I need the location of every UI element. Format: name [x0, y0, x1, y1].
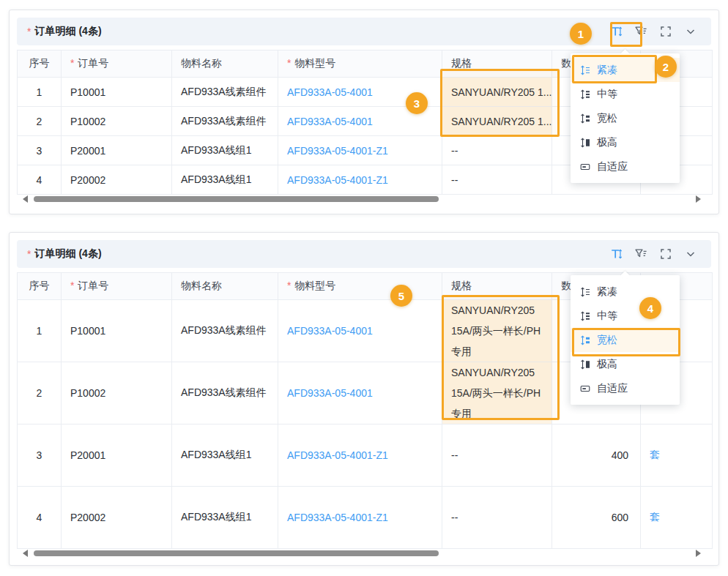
column-header-seq: 序号	[18, 273, 62, 300]
fullscreen-icon[interactable]	[658, 247, 673, 261]
column-header-spec: 规格	[442, 273, 552, 300]
panel-title-text: 订单明细	[34, 25, 75, 38]
chevron-down-icon[interactable]	[683, 24, 698, 39]
panel-row-count: (4条)	[78, 25, 101, 38]
menu-item-label: 紧凑	[597, 64, 617, 77]
required-asterisk: *	[70, 280, 74, 291]
fullscreen-icon[interactable]	[658, 24, 673, 39]
density-compact-icon	[580, 287, 590, 297]
cell-seq: 1	[18, 300, 62, 362]
cell-seq: 4	[18, 487, 62, 549]
cell-seq: 2	[18, 362, 62, 424]
density-medium-icon	[580, 311, 590, 321]
required-asterisk: *	[287, 280, 291, 291]
column-header-order-no: * 订单号	[62, 51, 172, 78]
cell-spec: SANYUAN/RY205 1...	[442, 78, 552, 107]
menu-item-medium[interactable]: 中等	[571, 82, 680, 106]
menu-item-extra-high[interactable]: 极高	[571, 130, 680, 154]
panel-row-count: (4条)	[78, 247, 101, 261]
cell-seq: 1	[18, 78, 62, 107]
menu-item-medium[interactable]: 中等	[571, 304, 680, 328]
cell-material-model: AFD933A-05-4001	[278, 362, 442, 424]
unit-link[interactable]: 套	[650, 511, 660, 523]
order-detail-panel-loose: * 订单明细 (4条)	[9, 232, 719, 566]
density-extra-high-icon	[580, 138, 590, 148]
menu-item-loose[interactable]: 宽松	[571, 328, 680, 352]
menu-item-label: 自适应	[597, 382, 628, 395]
cell-spec: --	[442, 165, 552, 195]
text-density-icon[interactable]	[609, 247, 623, 261]
required-asterisk: *	[27, 26, 31, 37]
cell-material-model: AFD933A-05-4001	[278, 78, 442, 107]
filter-icon[interactable]	[634, 247, 648, 261]
table-row: 4 P20002 AFD933A线组1 AFD933A-05-4001-Z1 -…	[18, 487, 713, 549]
column-header-spec: 规格	[442, 51, 552, 78]
order-detail-panel-compact: * 订单明细 (4条)	[9, 10, 719, 214]
density-medium-icon	[580, 89, 590, 100]
cell-spec: SANYUAN/RY205 1...	[442, 107, 552, 136]
required-asterisk: *	[70, 57, 74, 69]
panel-title: * 订单明细 (4条)	[27, 247, 102, 261]
menu-item-compact[interactable]: 紧凑	[571, 58, 680, 82]
material-model-link[interactable]: AFD933A-05-4001-Z1	[287, 449, 388, 461]
scroll-right-arrow[interactable]	[696, 195, 701, 203]
cell-order-no: P10002	[62, 107, 172, 136]
density-auto-fit-icon	[580, 162, 590, 172]
cell-material-name: AFD933A线素组件	[172, 362, 278, 424]
density-dropdown-menu: 紧凑 中等 宽松	[571, 275, 680, 405]
text-density-icon[interactable]	[609, 24, 623, 39]
table-toolbar	[609, 24, 698, 39]
scrollbar-thumb[interactable]	[34, 196, 439, 202]
scrollbar-thumb[interactable]	[34, 550, 439, 556]
cell-material-model: AFD933A-05-4001	[278, 300, 442, 362]
cell-seq: 2	[18, 107, 62, 136]
material-model-link[interactable]: AFD933A-05-4001-Z1	[287, 512, 388, 523]
cell-material-name: AFD933A线组1	[172, 136, 278, 165]
menu-item-compact[interactable]: 紧凑	[571, 280, 680, 304]
material-model-link[interactable]: AFD933A-05-4001	[287, 325, 373, 337]
menu-item-extra-high[interactable]: 极高	[571, 352, 680, 376]
cell-material-name: AFD933A线素组件	[172, 107, 278, 136]
cell-spec: --	[442, 487, 552, 549]
material-model-link[interactable]: AFD933A-05-4001	[287, 116, 373, 127]
chevron-down-icon[interactable]	[683, 247, 698, 261]
cell-unit: 套	[641, 424, 713, 487]
cell-spec: SANYUAN/RY205 15A/两头一样长/PH专用	[442, 362, 552, 424]
cell-qty: 600	[552, 487, 641, 549]
cell-material-name: AFD933A线组1	[172, 487, 278, 549]
menu-item-label: 宽松	[597, 112, 617, 125]
cell-spec: SANYUAN/RY205 15A/两头一样长/PH专用	[442, 300, 552, 362]
cell-order-no: P20001	[62, 136, 172, 165]
material-model-link[interactable]: AFD933A-05-4001-Z1	[287, 174, 388, 186]
page: * 订单明细 (4条)	[0, 0, 728, 576]
menu-item-loose[interactable]: 宽松	[571, 106, 680, 130]
cell-material-model: AFD933A-05-4001-Z1	[278, 424, 442, 487]
filter-icon[interactable]	[634, 24, 648, 39]
density-compact-icon	[580, 65, 590, 75]
scroll-right-arrow[interactable]	[696, 550, 701, 557]
density-loose-icon	[580, 113, 590, 124]
menu-item-auto-fit[interactable]: 自适应	[571, 376, 680, 400]
material-model-link[interactable]: AFD933A-05-4001-Z1	[287, 145, 388, 157]
unit-link[interactable]: 套	[650, 449, 660, 460]
table-toolbar	[609, 247, 698, 261]
menu-item-label: 自适应	[597, 160, 628, 173]
menu-item-auto-fit[interactable]: 自适应	[571, 154, 680, 179]
cell-order-no: P20001	[62, 424, 172, 487]
table-row: 3 P20001 AFD933A线组1 AFD933A-05-4001-Z1 -…	[18, 424, 713, 487]
cell-seq: 3	[18, 136, 62, 165]
column-header-seq: 序号	[18, 51, 62, 78]
menu-item-label: 宽松	[597, 334, 617, 347]
material-model-link[interactable]: AFD933A-05-4001	[287, 387, 373, 399]
cell-material-model: AFD933A-05-4001-Z1	[278, 165, 442, 195]
material-model-link[interactable]: AFD933A-05-4001	[287, 86, 373, 98]
scroll-left-arrow[interactable]	[23, 550, 28, 557]
cell-qty: 400	[552, 424, 641, 487]
scroll-left-arrow[interactable]	[23, 195, 28, 203]
cell-material-model: AFD933A-05-4001	[278, 107, 442, 136]
density-dropdown-menu: 紧凑 中等 宽松	[571, 53, 680, 183]
density-extra-high-icon	[580, 359, 590, 370]
column-header-material-name: 物料名称	[172, 273, 278, 300]
cell-material-model: AFD933A-05-4001-Z1	[278, 136, 442, 165]
cell-spec: --	[442, 424, 552, 487]
